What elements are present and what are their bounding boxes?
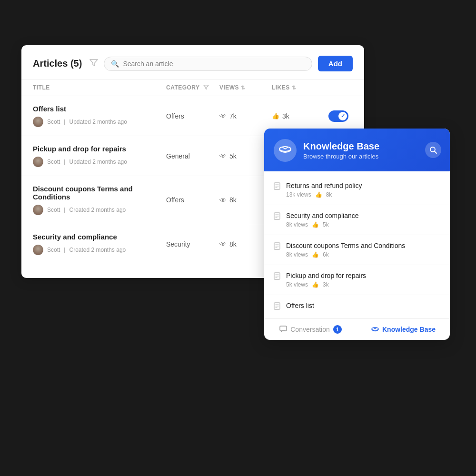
- tab-knowledge-base[interactable]: Knowledge Base: [357, 319, 450, 340]
- kb-views: 8k views: [286, 251, 308, 258]
- thumb-icon: 👍: [272, 112, 279, 119]
- thumb-icon: 👍: [312, 221, 319, 228]
- kb-likes: 8k: [326, 191, 332, 198]
- article-category: General: [166, 152, 219, 160]
- tab-conversation-label: Conversation: [290, 326, 330, 333]
- kb-title-group: Knowledge Base Browse through our articl…: [303, 141, 379, 160]
- kb-likes: 6k: [323, 251, 329, 258]
- avatar: [33, 157, 43, 167]
- article-title: Discount coupons Terms and Conditions: [33, 185, 166, 201]
- add-button[interactable]: Add: [318, 56, 353, 71]
- kb-article-title: Discount coupons Terms and Conditions: [286, 242, 405, 249]
- articles-title: Articles (5): [33, 58, 82, 69]
- category-filter-icon[interactable]: [203, 85, 209, 91]
- tab-kb-label: Knowledge Base: [382, 326, 436, 333]
- meta-separator: |: [64, 207, 65, 213]
- kb-tab-bar: Conversation 1 Knowledge Base: [264, 318, 450, 340]
- views-sort-icon[interactable]: ⇅: [241, 85, 245, 91]
- list-item[interactable]: Offers list: [264, 295, 450, 315]
- article-meta: Scott | Created 2 months ago: [33, 205, 166, 215]
- list-item[interactable]: Pickup and drop for repairs 5k views 👍 3…: [264, 265, 450, 295]
- kb-article-title: Pickup and drop for repairs: [286, 272, 366, 279]
- col-title: TITLE: [33, 84, 166, 91]
- table-header: TITLE CATEGORY VIEWS ⇅ LIKES ⇅: [21, 79, 364, 96]
- search-input[interactable]: [123, 60, 208, 68]
- kb-article-stats: 8k views 👍 5k: [286, 221, 359, 228]
- kb-article-info: Security and compliance 8k views 👍 5k: [286, 212, 359, 228]
- svg-rect-23: [280, 326, 287, 331]
- kb-article-title: Returns and refund policy: [286, 182, 362, 189]
- eye-icon: 👁: [219, 112, 227, 120]
- kb-article-title: Security and compliance: [286, 212, 359, 219]
- kb-title: Knowledge Base: [303, 141, 379, 152]
- article-meta-date: Updated 2 months ago: [69, 159, 127, 165]
- thumb-icon: 👍: [315, 191, 322, 198]
- search-box[interactable]: 🔍: [104, 57, 312, 71]
- list-item[interactable]: Security and compliance 8k views 👍 5k: [264, 205, 450, 235]
- kb-views: 8k views: [286, 221, 308, 228]
- avatar: [33, 205, 43, 215]
- author-name: Scott: [47, 159, 60, 165]
- kb-articles-list: Returns and refund policy 13k views 👍 8k: [264, 171, 450, 318]
- kb-tab-icon: [371, 326, 379, 334]
- article-meta: Scott | Updated 2 months ago: [33, 117, 166, 127]
- article-info: Discount coupons Terms and Conditions Sc…: [33, 185, 166, 215]
- doc-icon: [274, 242, 280, 252]
- doc-icon: [274, 272, 280, 282]
- kb-header: Knowledge Base Browse through our articl…: [264, 129, 450, 171]
- article-info: Offers list Scott | Updated 2 months ago: [33, 105, 166, 127]
- likes-cell: 👍 3k: [272, 112, 324, 120]
- meta-separator: |: [64, 119, 65, 125]
- kb-article-stats: 8k views 👍 6k: [286, 251, 405, 258]
- list-item[interactable]: Returns and refund policy 13k views 👍 8k: [264, 175, 450, 205]
- toggle-knob: ✓: [338, 112, 347, 120]
- avatar: [33, 117, 43, 127]
- col-likes: LIKES ⇅: [272, 84, 324, 91]
- conversation-icon: [279, 326, 287, 334]
- kb-views: 5k views: [286, 281, 308, 288]
- thumb-icon: 👍: [312, 281, 319, 288]
- views-cell: 👁 7k: [219, 112, 272, 120]
- panel-header: Articles (5) 🔍 Add: [21, 45, 364, 79]
- kb-logo-icon: [279, 144, 291, 157]
- doc-icon: [274, 212, 280, 222]
- meta-separator: |: [64, 159, 65, 165]
- article-category: Security: [166, 240, 219, 248]
- article-meta: Scott | Created 2 months ago: [33, 245, 166, 255]
- kb-article-info: Returns and refund policy 13k views 👍 8k: [286, 182, 362, 198]
- thumb-icon: 👍: [312, 251, 319, 258]
- eye-icon: 👁: [219, 196, 227, 204]
- article-meta-date: Created 2 months ago: [69, 207, 126, 213]
- toggle-cell[interactable]: ✓: [324, 110, 353, 122]
- kb-likes: 3k: [323, 281, 329, 288]
- doc-icon: [274, 302, 280, 312]
- likes-sort-icon[interactable]: ⇅: [292, 85, 296, 91]
- tab-conversation[interactable]: Conversation 1: [264, 319, 357, 340]
- views-value: 5k: [229, 152, 237, 160]
- doc-icon: [274, 182, 280, 192]
- article-meta: Scott | Updated 2 months ago: [33, 157, 166, 167]
- kb-article-stats: 13k views 👍 8k: [286, 191, 362, 198]
- kb-article-info: Pickup and drop for repairs 5k views 👍 3…: [286, 272, 366, 288]
- article-title: Pickup and drop for repairs: [33, 145, 166, 153]
- article-meta-date: Updated 2 months ago: [69, 119, 127, 125]
- article-info: Pickup and drop for repairs Scott | Upda…: [33, 145, 166, 167]
- kb-widget: Knowledge Base Browse through our articl…: [264, 129, 450, 340]
- filter-icon[interactable]: [89, 59, 98, 69]
- avatar: [33, 245, 43, 255]
- views-value: 8k: [229, 196, 237, 204]
- toggle[interactable]: ✓: [328, 110, 348, 122]
- list-item[interactable]: Discount coupons Terms and Conditions 8k…: [264, 235, 450, 265]
- toggle-check-icon: ✓: [341, 113, 345, 119]
- kb-article-info: Offers list: [286, 302, 314, 309]
- eye-icon: 👁: [219, 240, 227, 248]
- article-meta-date: Created 2 months ago: [69, 247, 126, 253]
- views-value: 7k: [229, 112, 237, 120]
- conversation-badge: 1: [333, 325, 342, 334]
- kb-article-title: Offers list: [286, 302, 314, 309]
- search-icon: 🔍: [111, 60, 119, 68]
- kb-search-button[interactable]: [425, 142, 441, 158]
- author-name: Scott: [47, 207, 60, 213]
- kb-views: 13k views: [286, 191, 311, 198]
- article-info: Security and compliance Scott | Created …: [33, 233, 166, 255]
